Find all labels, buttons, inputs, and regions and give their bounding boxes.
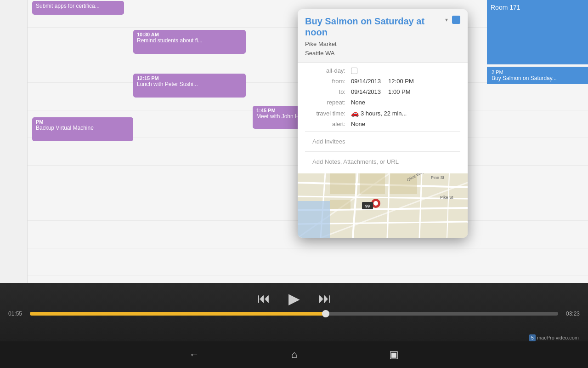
- event-buy-salmon-right[interactable]: 2 PM Buy Salmon on Saturday...: [487, 67, 588, 84]
- event-title-right: Buy Salmon on Saturday...: [492, 75, 583, 81]
- travel-row: travel time: 🚗 3 hours, 22 min...: [305, 109, 460, 117]
- repeat-value[interactable]: None: [351, 99, 365, 106]
- media-player: ⏮ ▶ ⏭ 01:55 03:23 5 macPro video.com ← ⌂…: [0, 283, 588, 368]
- progress-track[interactable]: [30, 312, 558, 316]
- time-total: 03:23: [564, 310, 580, 317]
- car-icon: 🚗: [351, 109, 359, 117]
- android-nav: ← ⌂ ▣: [0, 341, 588, 368]
- home-button[interactable]: ⌂: [291, 349, 297, 361]
- from-date[interactable]: 09/14/2013: [351, 78, 381, 85]
- svg-rect-14: [360, 173, 385, 194]
- map-svg: Olive Way Pine St Pike St 99: [298, 173, 468, 238]
- popup-title-area: Buy Salmon on Saturday at noon Pike Mark…: [305, 16, 439, 58]
- play-button[interactable]: ▶: [288, 291, 300, 306]
- from-time[interactable]: 12:00 PM: [388, 78, 414, 85]
- repeat-row: repeat: None: [305, 99, 460, 106]
- event-submit-apps[interactable]: Submit apps for certifica...: [32, 1, 124, 15]
- event-room171[interactable]: Room 171: [487, 0, 588, 64]
- svg-point-21: [373, 201, 378, 206]
- add-invitees[interactable]: Add Invitees: [305, 134, 460, 149]
- prev-button[interactable]: ⏮: [257, 292, 270, 305]
- alert-value[interactable]: None: [351, 121, 365, 127]
- popup-header: Buy Salmon on Saturday at noon Pike Mark…: [298, 9, 468, 63]
- svg-text:99: 99: [365, 204, 370, 208]
- from-row: from: 09/14/2013 12:00 PM: [305, 78, 460, 85]
- svg-text:Pike St: Pike St: [440, 195, 453, 200]
- event-title: Lunch with Peter Sushi...: [137, 81, 242, 87]
- event-time: 10:30 AM: [137, 32, 242, 37]
- room-label: Room 171: [491, 4, 584, 11]
- travel-label: travel time:: [305, 110, 351, 117]
- popup-dropdown-btn[interactable]: ▾: [443, 16, 450, 23]
- allday-row: all-day:: [305, 67, 460, 74]
- time-current: 01:55: [8, 310, 24, 317]
- event-backup-vm[interactable]: PM Backup Virtual Machine: [32, 117, 133, 141]
- allday-checkbox[interactable]: [351, 68, 357, 74]
- allday-label: all-day:: [305, 67, 351, 74]
- svg-rect-13: [330, 173, 355, 194]
- from-label: from:: [305, 78, 351, 85]
- event-lunch-peter[interactable]: 12:15 PM Lunch with Peter Sushi...: [133, 74, 246, 98]
- to-time[interactable]: 1:00 PM: [388, 88, 410, 95]
- back-button[interactable]: ←: [189, 349, 199, 361]
- event-title: Backup Virtual Machine: [36, 125, 130, 131]
- progress-thumb[interactable]: [322, 310, 329, 317]
- popup-color-btn[interactable]: [452, 16, 460, 24]
- travel-value[interactable]: 3 hours, 22 min...: [361, 110, 407, 117]
- popup-body: all-day: from: 09/14/2013 12:00 PM to: 0…: [298, 63, 468, 173]
- event-time-right: 2 PM: [492, 69, 583, 75]
- map-container[interactable]: Olive Way Pine St Pike St 99 Seattle, WA…: [298, 173, 468, 238]
- event-title: Submit apps for certifica...: [36, 3, 120, 9]
- divider-2: [305, 151, 460, 152]
- progress-fill: [30, 312, 326, 316]
- to-row: to: 09/14/2013 1:00 PM: [305, 88, 460, 95]
- to-label: to:: [305, 88, 351, 95]
- popup-location: Pike Market Seattle WA: [305, 40, 439, 58]
- event-title: Remind students about fi...: [137, 37, 242, 44]
- to-date[interactable]: 09/14/2013: [351, 88, 381, 95]
- divider-1: [305, 131, 460, 132]
- event-time: PM: [36, 119, 130, 125]
- calendar-area: Submit apps for certifica... 10:30 AM Re…: [0, 0, 588, 283]
- alert-label: alert:: [305, 121, 351, 127]
- progress-bar-area: 01:55 03:23: [0, 310, 588, 317]
- add-notes[interactable]: Add Notes, Attachments, or URL: [305, 155, 460, 169]
- popup-controls: ▾: [443, 16, 460, 24]
- alert-row: alert: None: [305, 121, 460, 127]
- event-time: 12:15 PM: [137, 75, 242, 81]
- popup-title: Buy Salmon on Saturday at noon: [305, 16, 439, 38]
- svg-rect-16: [330, 200, 351, 209]
- svg-rect-12: [298, 201, 330, 238]
- next-button[interactable]: ⏭: [318, 292, 331, 305]
- svg-text:Pine St: Pine St: [431, 175, 445, 180]
- event-popup: Buy Salmon on Saturday at noon Pike Mark…: [298, 9, 468, 238]
- time-column: [0, 0, 28, 283]
- media-controls: ⏮ ▶ ⏭: [0, 283, 588, 310]
- macpro-logo: 5 macPro video.com: [529, 335, 579, 340]
- repeat-label: repeat:: [305, 99, 351, 106]
- event-remind-students[interactable]: 10:30 AM Remind students about fi...: [133, 30, 246, 54]
- recents-button[interactable]: ▣: [389, 349, 399, 361]
